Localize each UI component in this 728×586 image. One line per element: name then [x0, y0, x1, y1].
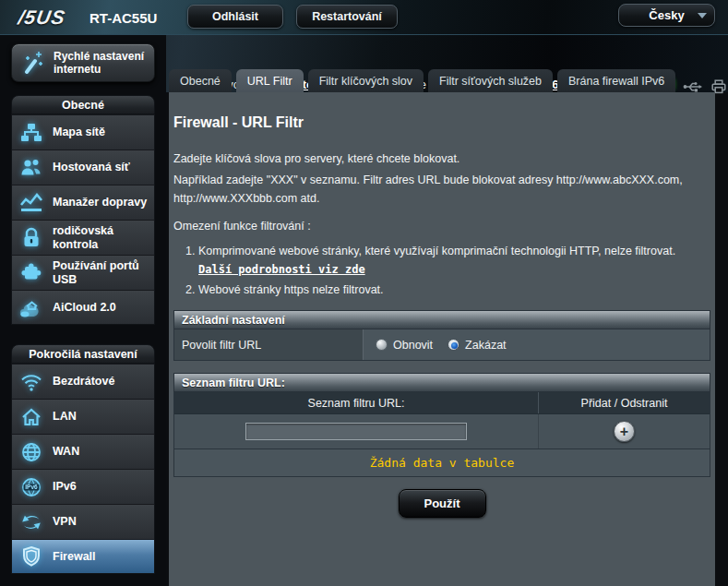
basic-settings-header: Základní nastavení	[173, 310, 710, 329]
description-line-2: Například zadejte "XXX" v seznamu. Filtr…	[173, 171, 710, 208]
more-details-link[interactable]: Další podrobnosti viz zde	[198, 263, 365, 276]
sidebar-item-vpn[interactable]: VPN	[11, 504, 155, 539]
url-filter-list-section: Seznam filtru URL: Seznam filtru URL: Př…	[173, 373, 710, 477]
tab-keyword-filter[interactable]: Filtr klíčových slov	[308, 69, 424, 92]
tab-general[interactable]: Obecné	[169, 69, 232, 92]
url-filter-list-header: Seznam filtru URL:	[173, 373, 710, 392]
network-map-icon	[18, 122, 45, 144]
sidebar-item-wan[interactable]: WAN	[11, 434, 155, 469]
sidebar-item-guest-network[interactable]: Manažer dopravy Hostovaná síť	[11, 149, 155, 185]
enable-url-filter-row: Povolit filtr URL Obnovit Zakázat	[173, 329, 710, 361]
logout-button[interactable]: Odhlásit	[187, 5, 283, 29]
sidebar-item-label: WAN	[53, 445, 79, 458]
radio-enable-icon[interactable]	[376, 339, 388, 351]
firewall-tabs: Obecné URL Filtr Filtr klíčových slov Fi…	[169, 69, 675, 92]
url-filter-input[interactable]	[245, 423, 467, 440]
sidebar-item-label: LAN	[53, 410, 77, 423]
sidebar-section-general: Obecné Mapa sítě Manažer dopravy Hostova…	[11, 95, 155, 325]
sidebar-item-label: AiCloud 2.0	[53, 301, 116, 314]
description-line-1: Zadejte klíčová slova pro servery, které…	[173, 149, 710, 168]
limitation-text: Webové stránky https nelze filtrovat.	[198, 283, 384, 296]
sidebar-item-label: Mapa sítě	[53, 126, 105, 138]
empty-table-message: Žádná data v tabulce	[174, 448, 710, 476]
sidebar-section-advanced: Pokročilá nastavení Bezdrátové LAN WAN I…	[11, 344, 155, 574]
advanced-section-header: Pokročilá nastavení	[11, 344, 155, 364]
wan-globe-icon	[18, 441, 45, 463]
url-filter-input-row: +	[174, 414, 710, 448]
usb-icon[interactable]	[683, 80, 703, 93]
sidebar-item-label: IPv6	[53, 480, 77, 493]
page-title: Firewall - URL Filtr	[173, 92, 710, 131]
quick-internet-setup-button[interactable]: Rychlé nastavení internetu	[11, 43, 155, 82]
sidebar-item-label: Používání portů USB	[53, 259, 149, 286]
radio-disable-icon[interactable]	[448, 339, 459, 351]
main-panel: Firewall - URL Filtr Zadejte klíčová slo…	[169, 92, 715, 586]
magic-wand-icon	[19, 49, 47, 77]
sidebar-item-parental-control[interactable]: rodičovská kontrola	[11, 220, 155, 255]
limitation-item: Webové stránky https nelze filtrovat.	[198, 281, 710, 299]
sidebar-item-aicloud[interactable]: AiCloud 2.0	[11, 290, 155, 325]
url-filter-table: Seznam filtru URL: Přidat / Odstranit + …	[173, 392, 710, 477]
sidebar-item-label: VPN	[53, 515, 77, 528]
guest-network-icon	[18, 157, 45, 179]
quick-internet-setup-label: Rychlé nastavení internetu	[54, 50, 147, 77]
chevron-down-icon	[698, 13, 707, 18]
firewall-shield-icon	[18, 545, 45, 568]
sidebar-item-label: Hostovaná síť	[53, 161, 130, 173]
vpn-arrows-icon	[18, 511, 45, 533]
sidebar-item-usb-application[interactable]: Používání portů USB	[11, 255, 155, 290]
radio-option-enable[interactable]: Obnovit	[376, 339, 433, 352]
tab-network-services-filter[interactable]: Filtr síťových služeb	[428, 69, 553, 92]
column-header-add-remove: Přidat / Odstranit	[538, 392, 710, 413]
asus-logo: /5US	[17, 6, 67, 29]
limitation-item: Komprimované webové stránky, které využí…	[198, 242, 710, 279]
enable-url-filter-label: Povolit filtr URL	[174, 329, 364, 360]
enable-url-filter-options: Obnovit Zakázat	[364, 329, 710, 360]
ipv6-icon: IPv6	[18, 476, 45, 498]
plus-icon: +	[620, 425, 628, 439]
reboot-button[interactable]: Restartování	[296, 5, 398, 29]
column-header-url-list: Seznam filtru URL:	[174, 392, 538, 413]
parental-control-lock-icon	[18, 227, 45, 249]
sidebar-item-ipv6[interactable]: IPv6 IPv6	[11, 469, 155, 504]
limitations-list: Komprimované webové stránky, které využí…	[173, 242, 710, 299]
wireless-icon	[18, 371, 45, 393]
basic-settings-section: Základní nastavení Povolit filtr URL Obn…	[173, 310, 710, 361]
sidebar-item-wireless[interactable]: Bezdrátové	[11, 364, 155, 399]
general-section-header: Obecné	[11, 95, 155, 114]
radio-enable-label: Obnovit	[393, 339, 433, 352]
sidebar-item-traffic-manager[interactable]: Manažer dopravy	[11, 185, 155, 220]
svg-text:IPv6: IPv6	[25, 483, 38, 489]
add-entry-button[interactable]: +	[614, 421, 635, 442]
tab-url-filter[interactable]: URL Filtr	[236, 69, 304, 92]
apply-row: Použít	[173, 489, 710, 518]
limitations-heading: Omezení funkce filtrování :	[173, 220, 710, 233]
sidebar-item-network-map[interactable]: Mapa sítě	[11, 114, 155, 149]
sidebar: Rychlé nastavení internetu Obecné Mapa s…	[0, 35, 166, 586]
lan-house-icon	[18, 406, 45, 428]
usb-application-puzzle-icon	[18, 262, 45, 284]
sidebar-item-firewall[interactable]: Firewall	[11, 539, 155, 574]
limitation-text: Komprimované webové stránky, které využí…	[198, 245, 675, 257]
tab-ipv6-firewall[interactable]: Brána firewall IPv6	[557, 69, 675, 92]
sidebar-item-label: Firewall	[53, 550, 96, 563]
aicloud-icon	[18, 296, 45, 318]
top-bar: /5US RT-AC55U Odhlásit Restartování Česk…	[0, 0, 728, 35]
sidebar-item-label: rodičovská kontrola	[53, 224, 149, 251]
apply-button[interactable]: Použít	[399, 489, 486, 518]
url-filter-table-head: Seznam filtru URL: Přidat / Odstranit	[174, 392, 710, 414]
router-model: RT-AC55U	[90, 10, 157, 26]
language-selector-label: Česky	[649, 8, 684, 22]
radio-disable-label: Zakázat	[465, 339, 506, 352]
page-description: Zadejte klíčová slova pro servery, které…	[173, 149, 710, 208]
sidebar-item-lan[interactable]: LAN	[11, 399, 155, 434]
radio-option-disable[interactable]: Zakázat	[448, 339, 506, 352]
sidebar-item-label: Bezdrátové	[53, 375, 114, 388]
sidebar-item-label: Manažer dopravy	[53, 196, 147, 209]
language-selector[interactable]: Česky	[618, 4, 715, 27]
traffic-manager-icon	[18, 192, 45, 214]
